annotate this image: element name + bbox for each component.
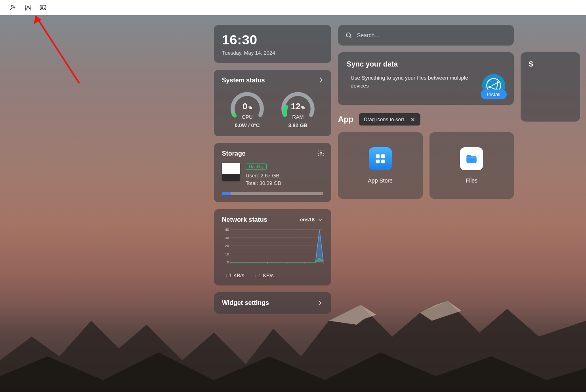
network-chart: 010203040 (222, 228, 325, 268)
ram-percent: 12 (291, 101, 300, 111)
storage-progress (222, 192, 323, 195)
cutoff-title: S (529, 60, 580, 69)
widget-settings-link[interactable]: Widget settings (214, 292, 331, 314)
svg-marker-7 (34, 16, 42, 24)
appstore-icon (369, 147, 392, 170)
network-card: Network status ens18 010203040 ↑ 1 KB/s … (214, 209, 331, 285)
disk-icon (222, 163, 240, 181)
cpu-gauge: 0% CPU 0.0W / 0°C (229, 89, 265, 128)
system-status-card[interactable]: System status 0% CPU 0.0W / 0°C (214, 70, 331, 136)
search-bar[interactable] (338, 25, 514, 46)
app-tile-files[interactable]: Files (429, 132, 514, 199)
storage-used: Used: 2.67 GB (246, 172, 281, 180)
svg-text:0: 0 (227, 260, 229, 264)
app-sort-tooltip: Drag icons to sort. (359, 113, 421, 126)
svg-line-6 (36, 16, 79, 83)
arrow-up-icon: ↑ (225, 272, 228, 278)
install-button[interactable]: Install (481, 89, 507, 99)
search-icon (345, 32, 352, 39)
svg-text:10: 10 (225, 252, 229, 256)
net-up: 1 KB/s (229, 272, 244, 278)
app-section-heading: App (338, 115, 353, 124)
files-icon (460, 147, 483, 170)
svg-rect-31 (376, 154, 380, 158)
search-input[interactable] (357, 32, 507, 38)
ram-gauge: 12% RAM 3.82 GB (280, 89, 316, 128)
storage-health-badge: Healthy (246, 164, 267, 170)
chevron-down-icon (317, 217, 323, 223)
app-tile-appstore[interactable]: App Store (338, 132, 423, 199)
close-icon[interactable] (410, 117, 416, 122)
gear-icon[interactable] (317, 149, 325, 157)
svg-point-8 (233, 114, 237, 118)
appstore-label: App Store (368, 177, 393, 184)
clock-time: 16:30 (222, 32, 323, 48)
tooltip-text: Drag icons to sort. (364, 116, 406, 122)
network-interface-select[interactable]: ens18 (300, 217, 323, 223)
svg-point-9 (320, 152, 322, 154)
cutoff-card: S (521, 52, 580, 122)
network-legend: ↑ 1 KB/s ↓ 1 KB/s (222, 272, 323, 278)
chevron-right-icon (316, 299, 323, 306)
svg-point-5 (41, 6, 42, 8)
svg-point-26 (346, 33, 351, 37)
sync-title: Sync your data (347, 60, 505, 69)
widget-settings-label: Widget settings (222, 299, 269, 306)
clock-date: Tuesday, May 14, 2024 (222, 50, 323, 56)
svg-text:20: 20 (225, 244, 229, 248)
storage-title: Storage (222, 150, 323, 157)
svg-point-0 (11, 5, 13, 7)
files-label: Files (466, 177, 477, 184)
annotation-arrow (30, 10, 85, 89)
clock-card: 16:30 Tuesday, May 14, 2024 (214, 25, 331, 63)
svg-rect-33 (376, 160, 380, 163)
storage-card: Storage Healthy Used: 2.67 GB Total: 30.… (214, 143, 331, 202)
arrow-down-icon: ↓ (254, 272, 257, 278)
svg-point-2 (27, 6, 28, 7)
sync-card: Sync your data Use Syncthing to sync you… (338, 52, 514, 105)
svg-rect-32 (381, 154, 385, 158)
svg-point-1 (25, 8, 26, 10)
cpu-percent: 0 (242, 101, 247, 111)
system-status-title: System status (222, 77, 323, 84)
sliders-icon[interactable] (24, 4, 32, 11)
network-title: Network status (222, 216, 267, 223)
top-toolbar (0, 0, 586, 15)
svg-rect-34 (381, 160, 385, 163)
user-icon[interactable] (9, 4, 17, 11)
svg-text:40: 40 (225, 228, 229, 232)
chevron-right-icon[interactable] (317, 76, 325, 84)
svg-text:30: 30 (225, 236, 229, 240)
network-iface-label: ens18 (300, 217, 315, 223)
net-down: 1 KB/s (259, 272, 274, 278)
svg-point-3 (29, 8, 31, 9)
wallpaper-icon[interactable] (39, 4, 47, 11)
storage-total: Total: 30.39 GB (246, 180, 281, 187)
sync-desc: Use Syncthing to sync your files between… (347, 74, 475, 97)
